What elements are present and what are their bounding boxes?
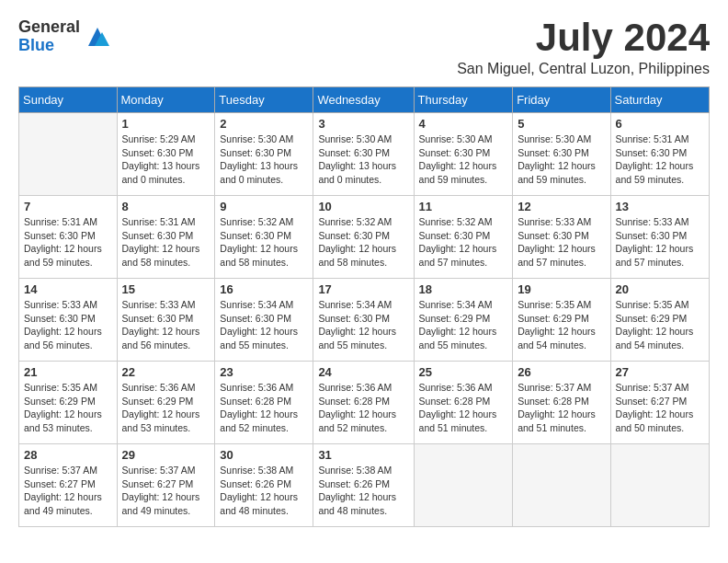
calendar-week-1: 1Sunrise: 5:29 AM Sunset: 6:30 PM Daylig… [19, 113, 710, 196]
calendar-cell: 11Sunrise: 5:32 AM Sunset: 6:30 PM Dayli… [414, 196, 513, 279]
calendar-cell: 4Sunrise: 5:30 AM Sunset: 6:30 PM Daylig… [414, 113, 513, 196]
day-info: Sunrise: 5:33 AM Sunset: 6:30 PM Dayligh… [616, 215, 704, 270]
day-number: 6 [616, 117, 704, 131]
day-info: Sunrise: 5:35 AM Sunset: 6:29 PM Dayligh… [24, 381, 112, 435]
day-number: 19 [518, 282, 605, 296]
day-number: 11 [419, 200, 508, 213]
day-info: Sunrise: 5:32 AM Sunset: 6:30 PM Dayligh… [220, 215, 308, 270]
calendar-week-3: 14Sunrise: 5:33 AM Sunset: 6:30 PM Dayli… [19, 279, 710, 362]
logo: General Blue [18, 18, 111, 55]
day-info: Sunrise: 5:32 AM Sunset: 6:30 PM Dayligh… [419, 215, 508, 270]
day-info: Sunrise: 5:37 AM Sunset: 6:27 PM Dayligh… [616, 381, 704, 435]
day-info: Sunrise: 5:33 AM Sunset: 6:30 PM Dayligh… [122, 298, 210, 352]
day-info: Sunrise: 5:38 AM Sunset: 6:26 PM Dayligh… [220, 464, 308, 518]
calendar-cell: 28Sunrise: 5:37 AM Sunset: 6:27 PM Dayli… [19, 444, 118, 527]
calendar-week-2: 7Sunrise: 5:31 AM Sunset: 6:30 PM Daylig… [19, 196, 710, 279]
calendar-cell: 9Sunrise: 5:32 AM Sunset: 6:30 PM Daylig… [215, 196, 313, 279]
day-number: 10 [318, 200, 408, 213]
logo-general-text: General [18, 18, 80, 37]
calendar-header-thursday: Thursday [414, 87, 513, 113]
day-info: Sunrise: 5:36 AM Sunset: 6:28 PM Dayligh… [419, 381, 508, 435]
day-info: Sunrise: 5:37 AM Sunset: 6:27 PM Dayligh… [122, 464, 210, 518]
day-number: 13 [616, 200, 704, 213]
day-number: 20 [616, 282, 704, 296]
day-info: Sunrise: 5:37 AM Sunset: 6:27 PM Dayligh… [24, 464, 112, 518]
month-title: July 2024 [457, 18, 710, 57]
day-info: Sunrise: 5:36 AM Sunset: 6:28 PM Dayligh… [318, 381, 408, 435]
calendar-cell: 19Sunrise: 5:35 AM Sunset: 6:29 PM Dayli… [513, 279, 610, 362]
day-number: 21 [24, 365, 112, 379]
day-number: 8 [122, 200, 210, 213]
day-number: 31 [318, 448, 408, 462]
calendar-cell [19, 113, 118, 196]
day-info: Sunrise: 5:34 AM Sunset: 6:30 PM Dayligh… [318, 298, 408, 352]
calendar-cell: 18Sunrise: 5:34 AM Sunset: 6:29 PM Dayli… [414, 279, 513, 362]
day-info: Sunrise: 5:30 AM Sunset: 6:30 PM Dayligh… [318, 132, 408, 187]
day-number: 23 [220, 365, 308, 379]
calendar-cell: 17Sunrise: 5:34 AM Sunset: 6:30 PM Dayli… [313, 279, 414, 362]
day-info: Sunrise: 5:36 AM Sunset: 6:28 PM Dayligh… [220, 381, 308, 435]
day-number: 18 [419, 282, 508, 296]
calendar-cell: 13Sunrise: 5:33 AM Sunset: 6:30 PM Dayli… [610, 196, 709, 279]
header: General Blue July 2024 San Miguel, Centr… [18, 18, 710, 77]
calendar-cell: 6Sunrise: 5:31 AM Sunset: 6:30 PM Daylig… [610, 113, 709, 196]
day-number: 17 [318, 282, 408, 296]
day-number: 27 [616, 365, 704, 379]
day-number: 26 [518, 365, 605, 379]
day-info: Sunrise: 5:34 AM Sunset: 6:30 PM Dayligh… [220, 298, 308, 352]
calendar-cell: 25Sunrise: 5:36 AM Sunset: 6:28 PM Dayli… [414, 362, 513, 444]
day-number: 15 [122, 282, 210, 296]
calendar-cell: 16Sunrise: 5:34 AM Sunset: 6:30 PM Dayli… [215, 279, 313, 362]
day-number: 5 [518, 117, 605, 131]
day-number: 1 [122, 117, 210, 131]
calendar-week-5: 28Sunrise: 5:37 AM Sunset: 6:27 PM Dayli… [19, 444, 710, 527]
day-number: 22 [122, 365, 210, 379]
calendar-header-monday: Monday [117, 87, 215, 113]
day-number: 7 [24, 200, 112, 213]
calendar-cell: 29Sunrise: 5:37 AM Sunset: 6:27 PM Dayli… [117, 444, 215, 527]
day-info: Sunrise: 5:36 AM Sunset: 6:29 PM Dayligh… [122, 381, 210, 435]
day-info: Sunrise: 5:35 AM Sunset: 6:29 PM Dayligh… [518, 298, 605, 352]
location-title: San Miguel, Central Luzon, Philippines [457, 61, 710, 77]
day-info: Sunrise: 5:34 AM Sunset: 6:29 PM Dayligh… [419, 298, 508, 352]
day-info: Sunrise: 5:32 AM Sunset: 6:30 PM Dayligh… [318, 215, 408, 270]
day-number: 29 [122, 448, 210, 462]
day-info: Sunrise: 5:35 AM Sunset: 6:29 PM Dayligh… [616, 298, 704, 352]
calendar-cell: 3Sunrise: 5:30 AM Sunset: 6:30 PM Daylig… [313, 113, 414, 196]
calendar-header-saturday: Saturday [610, 87, 709, 113]
calendar-cell: 10Sunrise: 5:32 AM Sunset: 6:30 PM Dayli… [313, 196, 414, 279]
calendar-header-tuesday: Tuesday [215, 87, 313, 113]
calendar-cell: 30Sunrise: 5:38 AM Sunset: 6:26 PM Dayli… [215, 444, 313, 527]
day-info: Sunrise: 5:33 AM Sunset: 6:30 PM Dayligh… [24, 298, 112, 352]
logo-icon [84, 23, 111, 51]
calendar-cell: 1Sunrise: 5:29 AM Sunset: 6:30 PM Daylig… [117, 113, 215, 196]
day-info: Sunrise: 5:30 AM Sunset: 6:30 PM Dayligh… [220, 132, 308, 187]
day-info: Sunrise: 5:38 AM Sunset: 6:26 PM Dayligh… [318, 464, 408, 518]
calendar-week-4: 21Sunrise: 5:35 AM Sunset: 6:29 PM Dayli… [19, 362, 710, 444]
day-number: 14 [24, 282, 112, 296]
day-info: Sunrise: 5:29 AM Sunset: 6:30 PM Dayligh… [122, 132, 210, 187]
day-info: Sunrise: 5:37 AM Sunset: 6:28 PM Dayligh… [518, 381, 605, 435]
calendar-cell [513, 444, 610, 527]
day-number: 9 [220, 200, 308, 213]
calendar-header-sunday: Sunday [19, 87, 118, 113]
calendar-header-row: SundayMondayTuesdayWednesdayThursdayFrid… [19, 87, 710, 113]
calendar-cell: 22Sunrise: 5:36 AM Sunset: 6:29 PM Dayli… [117, 362, 215, 444]
day-number: 16 [220, 282, 308, 296]
calendar-cell: 26Sunrise: 5:37 AM Sunset: 6:28 PM Dayli… [513, 362, 610, 444]
calendar-cell [414, 444, 513, 527]
calendar-cell: 31Sunrise: 5:38 AM Sunset: 6:26 PM Dayli… [313, 444, 414, 527]
day-number: 12 [518, 200, 605, 213]
day-info: Sunrise: 5:31 AM Sunset: 6:30 PM Dayligh… [616, 132, 704, 187]
calendar-cell: 27Sunrise: 5:37 AM Sunset: 6:27 PM Dayli… [610, 362, 709, 444]
day-info: Sunrise: 5:31 AM Sunset: 6:30 PM Dayligh… [24, 215, 112, 270]
logo-blue-text: Blue [18, 37, 80, 55]
calendar-cell: 5Sunrise: 5:30 AM Sunset: 6:30 PM Daylig… [513, 113, 610, 196]
day-info: Sunrise: 5:30 AM Sunset: 6:30 PM Dayligh… [518, 132, 605, 187]
calendar-cell: 15Sunrise: 5:33 AM Sunset: 6:30 PM Dayli… [117, 279, 215, 362]
calendar-cell: 12Sunrise: 5:33 AM Sunset: 6:30 PM Dayli… [513, 196, 610, 279]
calendar-header-friday: Friday [513, 87, 610, 113]
day-number: 25 [419, 365, 508, 379]
day-number: 24 [318, 365, 408, 379]
calendar-table: SundayMondayTuesdayWednesdayThursdayFrid… [18, 86, 710, 527]
